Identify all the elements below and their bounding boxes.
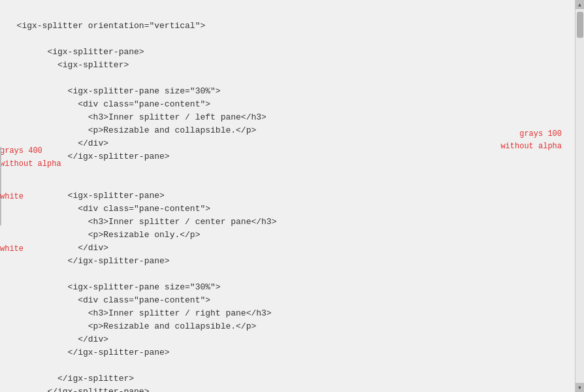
code-line (0, 7, 575, 20)
code-line: <igx-splitter-pane size="30%"> (0, 85, 575, 98)
scroll-down-button[interactable]: ▼ (576, 383, 585, 392)
code-line: <div class="pane-content"> (0, 203, 575, 216)
code-line: <div class="pane-content"> (0, 294, 575, 307)
code-line: <div class="pane-content"> (0, 98, 575, 111)
code-line: <igx-splitter-pane> (0, 46, 575, 59)
code-line: </div> (0, 333, 575, 346)
code-line (0, 163, 575, 176)
code-line: <p>Resizable and collapsible.</p> (0, 124, 575, 137)
code-line: <h3>Inner splitter / left pane</h3> (0, 111, 575, 124)
code-line (0, 359, 575, 372)
scrollbar-thumb[interactable] (577, 12, 583, 38)
scrollbar[interactable]: ▲ ▼ (575, 0, 584, 392)
code-line: </igx-splitter-pane> (0, 385, 575, 392)
code-line: </igx-splitter-pane> (0, 150, 575, 163)
code-line: </igx-splitter-pane> (0, 255, 575, 268)
code-line: <igx-splitter-pane> (0, 189, 575, 203)
scrollbar-track[interactable] (576, 9, 584, 383)
code-line (0, 72, 575, 85)
code-line (0, 33, 575, 46)
code-block: <igx-splitter orientation="vertical"> <i… (0, 7, 575, 392)
code-line: </div> (0, 242, 575, 255)
code-line: </div> (0, 137, 575, 150)
main-container: grays 400 without alpha white white gray… (0, 0, 584, 392)
code-line: <p>Resizable only.</p> (0, 229, 575, 242)
code-line: <h3>Inner splitter / center pane</h3> (0, 216, 575, 229)
code-line: </igx-splitter-pane> (0, 346, 575, 359)
code-line: <igx-splitter orientation="vertical"> (0, 20, 575, 33)
code-line: <igx-splitter-pane size="30%"> (0, 281, 575, 294)
code-line: <igx-splitter> (0, 59, 575, 72)
code-area: grays 400 without alpha white white gray… (0, 0, 575, 392)
code-line: <p>Resizable and collapsible.</p> (0, 320, 575, 333)
code-line (0, 268, 575, 281)
scroll-up-button[interactable]: ▲ (576, 0, 585, 9)
code-line: </igx-splitter> (0, 372, 575, 385)
code-line: <h3>Inner splitter / right pane</h3> (0, 307, 575, 320)
code-line (0, 176, 575, 189)
